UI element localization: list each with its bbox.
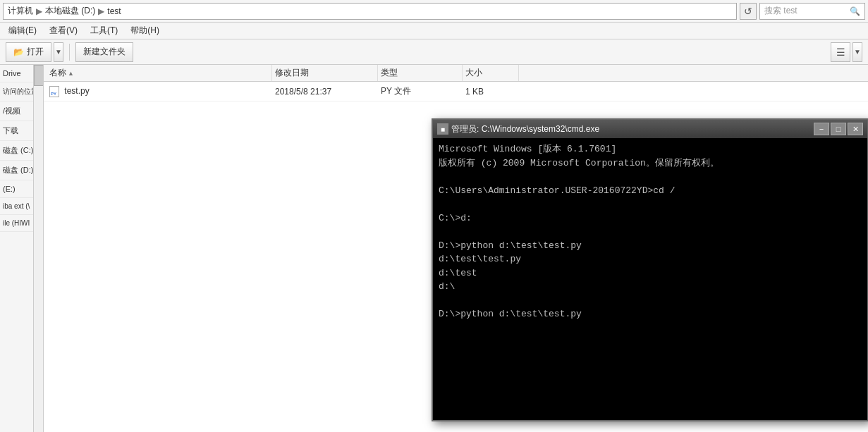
menu-edit[interactable]: 编辑(E) [3,23,42,38]
menu-tools[interactable]: 工具(T) [85,23,123,38]
file-date-cell: 2018/5/8 21:37 [272,87,378,97]
sidebar-scrollbar[interactable] [33,65,43,432]
cmd-maximize-button[interactable]: □ [831,123,846,135]
cmd-titlebar: ■ 管理员: C:\Windows\system32\cmd.exe − □ ✕ [433,120,867,138]
new-folder-label: 新建文件夹 [83,46,126,58]
cmd-close-button[interactable]: ✕ [848,123,863,135]
cmd-content: Microsoft Windows [版本 6.1.7601] 版权所有 (c)… [433,138,867,420]
file-name: test.py [64,86,89,96]
col-type-label: 类型 [381,67,398,79]
col-header-size[interactable]: 大小 [463,65,519,81]
address-right: ↺ 搜索 test 🔍 [740,3,865,20]
sidebar-scroll-thumb[interactable] [34,65,44,86]
column-headers: 名称 ▲ 修改日期 类型 大小 [44,65,868,82]
cmd-title-text: 管理员: C:\Windows\system32\cmd.exe [451,123,811,135]
refresh-button[interactable]: ↺ [740,3,757,20]
menu-help[interactable]: 帮助(H) [125,23,165,38]
breadcrumb-disk[interactable]: 本地磁盘 (D:) [45,5,95,17]
toolbar-separator [69,44,70,61]
sidebar: Drive 访问的位置 /视频 下载 磁盘 (C:) 磁盘 (D:) (E:) … [0,65,44,432]
menu-bar: 编辑(E) 查看(V) 工具(T) 帮助(H) [0,23,868,39]
col-header-type[interactable]: 类型 [378,65,463,81]
view-button[interactable]: ☰ [831,42,850,62]
address-bar: 计算机 ▶ 本地磁盘 (D:) ▶ test ↺ 搜索 test 🔍 [0,0,868,23]
search-placeholder: 搜索 test [764,5,797,17]
breadcrumb-sep-1: ▶ [36,6,42,16]
cmd-icon: ■ [437,123,448,135]
file-type-cell: PY 文件 [378,85,463,97]
breadcrumb-folder[interactable]: test [107,6,121,16]
cmd-minimize-button[interactable]: − [814,123,829,135]
cmd-window: ■ 管理员: C:\Windows\system32\cmd.exe − □ ✕… [432,118,868,421]
file-name-cell: test.py [47,86,272,97]
view-dropdown[interactable]: ▼ [852,42,862,62]
open-label: 打开 [27,46,44,58]
col-date-label: 修改日期 [275,67,309,79]
py-file-icon [49,86,59,97]
file-size-cell: 1 KB [463,87,519,97]
search-box[interactable]: 搜索 test 🔍 [759,3,865,20]
menu-view[interactable]: 查看(V) [44,23,83,38]
open-dropdown[interactable]: ▼ [54,42,63,62]
search-icon: 🔍 [850,6,860,16]
col-header-date[interactable]: 修改日期 [272,65,378,81]
breadcrumb-sep-2: ▶ [98,6,104,16]
col-header-name[interactable]: 名称 ▲ [47,65,272,81]
col-size-label: 大小 [465,67,482,79]
table-row[interactable]: test.py 2018/5/8 21:37 PY 文件 1 KB [44,82,868,101]
toolbar: 📂 打开 ▼ 新建文件夹 ☰ ▼ [0,39,868,65]
cmd-icon-symbol: ■ [441,125,445,133]
col-name-label: 名称 [49,67,66,79]
breadcrumb-computer[interactable]: 计算机 [8,5,33,17]
cmd-window-controls: − □ ✕ [814,123,863,135]
sort-arrow-name: ▲ [68,70,74,77]
new-folder-button[interactable]: 新建文件夹 [75,42,133,62]
address-breadcrumb[interactable]: 计算机 ▶ 本地磁盘 (D:) ▶ test [3,3,737,20]
open-button[interactable]: 📂 打开 [6,42,51,62]
open-icon: 📂 [13,47,24,57]
